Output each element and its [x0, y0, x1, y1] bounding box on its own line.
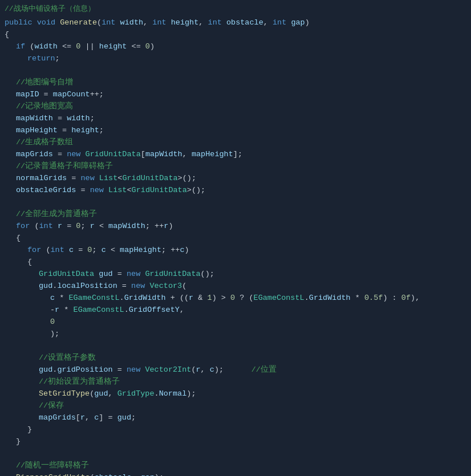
title-bar: //战场中铺设格子（信息） — [0, 2, 471, 17]
code-container: //战场中铺设格子（信息） public void Generate(int w… — [0, 0, 471, 476]
line: if (width <= 0 || height <= 0) — [5, 41, 466, 53]
line: return; — [5, 53, 466, 65]
line: mapGrids = new GridUnitData[mapWidth, ma… — [5, 149, 466, 161]
line: -r * EGameConstL.GridOffsetY, — [5, 304, 466, 316]
line: //随机一些障碍格子 — [5, 460, 466, 472]
line: DisposeGridUnits(obstacle, gap); — [5, 472, 466, 476]
line: { — [5, 29, 466, 41]
line: mapWidth = width; — [5, 113, 466, 125]
line: mapHeight = height; — [5, 125, 466, 137]
line: gud.localPosition = new Vector3( — [5, 280, 466, 292]
line: //生成格子数组 — [5, 137, 466, 149]
line: obstacleGrids = new List<GridUnitData>()… — [5, 185, 466, 197]
line: SetGridType(gud, GridType.Normal); — [5, 388, 466, 400]
line: public void Generate(int width, int heig… — [5, 17, 466, 29]
line — [5, 448, 466, 460]
line — [5, 65, 466, 77]
line: GridUnitData gud = new GridUnitData(); — [5, 268, 466, 280]
line: { — [5, 233, 466, 245]
line: //记录普通格子和障碍格子 — [5, 161, 466, 173]
line: mapGrids[r, c] = gud; — [5, 412, 466, 424]
line: for (int r = 0; r < mapWidth; ++r) — [5, 221, 466, 233]
line: gud.gridPosition = new Vector2Int(r, c);… — [5, 364, 466, 376]
line: //保存 — [5, 400, 466, 412]
line: 0 — [5, 316, 466, 328]
line: c * EGameConstL.GridWidth + ((r & 1) > 0… — [5, 292, 466, 304]
line: mapID = mapCount++; — [5, 89, 466, 101]
line: //全部生成为普通格子 — [5, 209, 466, 221]
line: } — [5, 436, 466, 448]
line: normalGrids = new List<GridUnitData>(); — [5, 173, 466, 185]
code-block: public void Generate(int width, int heig… — [0, 17, 471, 476]
line — [5, 197, 466, 209]
line — [5, 340, 466, 352]
line: } — [5, 424, 466, 436]
line: //记录地图宽高 — [5, 101, 466, 113]
file-comment: //战场中铺设格子（信息） — [5, 5, 95, 13]
line: { — [5, 257, 466, 268]
line: ); — [5, 328, 466, 340]
line: //初始设置为普通格子 — [5, 376, 466, 388]
line: //设置格子参数 — [5, 352, 466, 364]
line: for (int c = 0; c < mapHeight; ++c) — [5, 245, 466, 257]
line: //地图编号自增 — [5, 77, 466, 89]
